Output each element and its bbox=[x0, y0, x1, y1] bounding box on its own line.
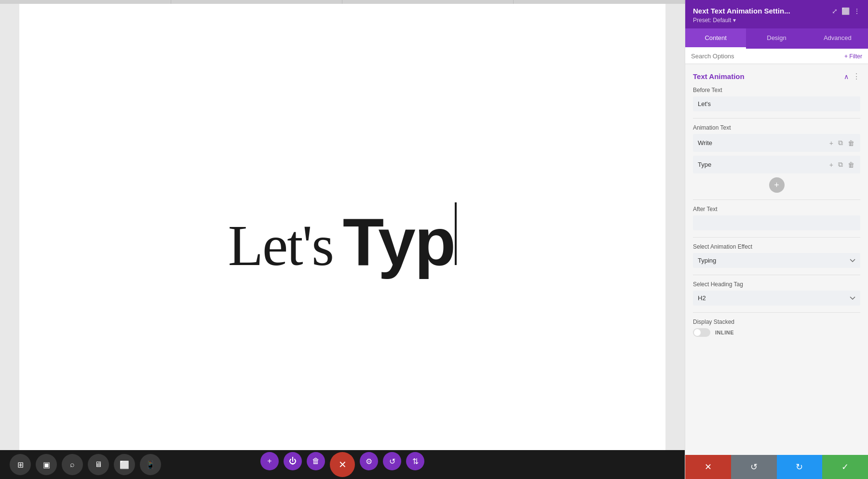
toggle-row: INLINE bbox=[693, 328, 860, 337]
move-button[interactable]: ⇅ bbox=[406, 452, 424, 470]
add-row-1-button[interactable]: + bbox=[828, 138, 834, 148]
display-stacked-toggle[interactable] bbox=[693, 328, 710, 337]
row-actions-2: + ⧉ 🗑 bbox=[828, 160, 855, 170]
before-text-input[interactable] bbox=[693, 96, 860, 111]
search-button[interactable]: ⌕ bbox=[62, 454, 83, 475]
tab-design[interactable]: Design bbox=[746, 28, 807, 49]
panel-title: Next Text Animation Settin... bbox=[693, 7, 790, 15]
bottom-left-tools: ⊞ ▣ ⌕ 🖥 ⬜ 📱 bbox=[10, 454, 161, 475]
delete-row-2-button[interactable]: 🗑 bbox=[847, 160, 855, 170]
panel-body: Text Animation ∧ ⋮ Before Text Animation… bbox=[685, 64, 868, 455]
add-animation-text-button[interactable]: + bbox=[769, 177, 785, 193]
right-panel: Next Text Animation Settin... ⤢ ⬜ ⋮ Pres… bbox=[685, 0, 868, 479]
filter-button[interactable]: + Filter bbox=[844, 53, 862, 60]
after-text-label: After Text bbox=[693, 206, 860, 213]
before-text-field: Before Text bbox=[693, 87, 860, 111]
canvas-text-light: Let's bbox=[228, 213, 333, 279]
history-button[interactable]: ↺ bbox=[383, 452, 401, 470]
animation-text-value-2: Type bbox=[698, 161, 828, 168]
mobile-view-button[interactable]: 📱 bbox=[140, 454, 161, 475]
toggle-knob bbox=[694, 329, 701, 336]
display-stacked-field: Display Stacked INLINE bbox=[693, 319, 860, 337]
expand-icon[interactable]: ⤢ bbox=[832, 7, 838, 15]
display-stacked-label: Display Stacked bbox=[693, 319, 860, 325]
panel-preset[interactable]: Preset: Default ▾ bbox=[693, 17, 860, 24]
canvas-top-bar bbox=[0, 0, 685, 4]
animation-text-row-2: Type + ⧉ 🗑 bbox=[693, 156, 860, 173]
before-text-label: Before Text bbox=[693, 87, 860, 93]
search-input[interactable] bbox=[691, 53, 841, 60]
desktop-view-button[interactable]: 🖥 bbox=[88, 454, 109, 475]
cancel-action-button[interactable]: ✕ bbox=[685, 455, 731, 479]
canvas-bottom-toolbar: ⊞ ▣ ⌕ 🖥 ⬜ 📱 + ⏻ 🗑 ✕ ⚙ ↺ ⇅ bbox=[0, 450, 685, 479]
section-collapse-icon[interactable]: ∧ bbox=[844, 73, 849, 80]
animation-text-value-1: Write bbox=[698, 139, 828, 146]
animation-text-row-1: Write + ⧉ 🗑 bbox=[693, 134, 860, 152]
animation-effect-select[interactable]: Typing Fade Slide bbox=[693, 253, 860, 268]
tab-advanced[interactable]: Advanced bbox=[807, 28, 868, 49]
copy-row-1-button[interactable]: ⧉ bbox=[837, 138, 844, 148]
bottom-center-tools: + ⏻ 🗑 ✕ ⚙ ↺ ⇅ bbox=[260, 452, 424, 477]
animation-text-field: Animation Text Write + ⧉ 🗑 Type + ⧉ 🗑 + bbox=[693, 124, 860, 193]
canvas-content: Let's Typ bbox=[19, 4, 665, 479]
section-header: Text Animation ∧ ⋮ bbox=[693, 72, 860, 81]
more-options-icon[interactable]: ⋮ bbox=[854, 7, 860, 15]
tablet-view-button[interactable]: ⬜ bbox=[114, 454, 135, 475]
animation-text-label: Animation Text bbox=[693, 124, 860, 131]
grid-view-button[interactable]: ⊞ bbox=[10, 454, 31, 475]
power-button[interactable]: ⏻ bbox=[284, 452, 302, 470]
layout-button[interactable]: ▣ bbox=[36, 454, 57, 475]
animation-effect-field: Select Animation Effect Typing Fade Slid… bbox=[693, 243, 860, 268]
canvas-area: Let's Typ ⊞ ▣ ⌕ 🖥 ⬜ 📱 + ⏻ 🗑 ✕ ⚙ ↺ ⇅ bbox=[0, 0, 685, 479]
toggle-label: INLINE bbox=[715, 330, 734, 335]
panel-search: + Filter bbox=[685, 49, 868, 64]
delete-row-1-button[interactable]: 🗑 bbox=[847, 138, 855, 148]
section-title: Text Animation bbox=[693, 72, 745, 80]
panel-title-icons: ⤢ ⬜ ⋮ bbox=[832, 7, 860, 15]
panel-bottom-bar: ✕ ↺ ↻ ✓ bbox=[685, 455, 868, 479]
settings-panel-icon[interactable]: ⬜ bbox=[841, 7, 850, 15]
heading-tag-select[interactable]: H1 H2 H3 H4 H5 H6 bbox=[693, 291, 860, 306]
copy-row-2-button[interactable]: ⧉ bbox=[837, 160, 844, 170]
section-more-icon[interactable]: ⋮ bbox=[853, 72, 860, 81]
tab-content[interactable]: Content bbox=[685, 28, 746, 49]
after-text-input[interactable] bbox=[693, 215, 860, 230]
settings-button[interactable]: ⚙ bbox=[360, 452, 378, 470]
heading-tag-field: Select Heading Tag H1 H2 H3 H4 H5 H6 bbox=[693, 281, 860, 306]
add-element-button[interactable]: + bbox=[260, 452, 279, 470]
row-actions-1: + ⧉ 🗑 bbox=[828, 138, 855, 148]
panel-tabs: Content Design Advanced bbox=[685, 28, 868, 49]
animation-effect-label: Select Animation Effect bbox=[693, 243, 860, 250]
save-action-button[interactable]: ✓ bbox=[822, 455, 868, 479]
section-controls: ∧ ⋮ bbox=[844, 72, 860, 81]
undo-action-button[interactable]: ↺ bbox=[731, 455, 777, 479]
heading-tag-label: Select Heading Tag bbox=[693, 281, 860, 288]
canvas-text-bold: Typ bbox=[343, 202, 457, 281]
canvas-cursor bbox=[455, 202, 457, 265]
panel-header: Next Text Animation Settin... ⤢ ⬜ ⋮ Pres… bbox=[685, 0, 868, 28]
close-button[interactable]: ✕ bbox=[330, 452, 355, 477]
after-text-field: After Text bbox=[693, 206, 860, 230]
delete-element-button[interactable]: 🗑 bbox=[307, 452, 325, 470]
redo-action-button[interactable]: ↻ bbox=[777, 455, 823, 479]
add-row-2-button[interactable]: + bbox=[828, 160, 834, 170]
canvas-text-display: Let's Typ bbox=[228, 202, 457, 281]
